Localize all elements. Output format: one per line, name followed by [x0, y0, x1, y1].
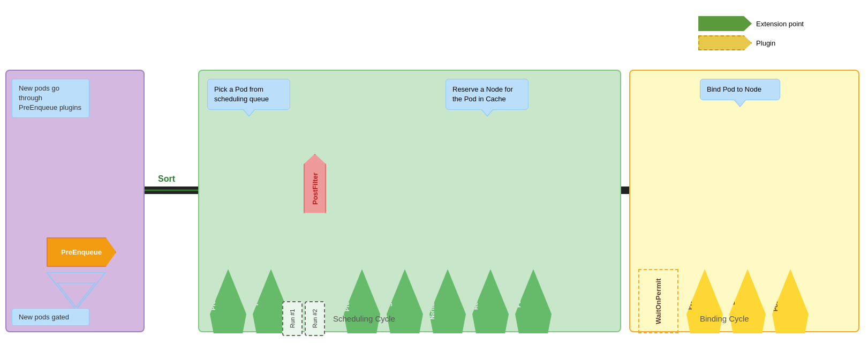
- run-box-1: Run #1: [282, 301, 303, 336]
- new-pods-text: New pods go through PreEnqueue plugins: [19, 84, 81, 111]
- plugin-score: Score: [387, 269, 423, 333]
- pick-pod-bubble: Pick a Pod from scheduling queue: [207, 79, 290, 110]
- binding-cycle-label: Binding Cycle: [700, 314, 749, 323]
- new-pods-box: New pods go through PreEnqueue plugins: [12, 79, 89, 118]
- svg-marker-8: [47, 272, 105, 310]
- pick-pod-text: Pick a Pod from scheduling queue: [214, 85, 269, 103]
- postfilter-label: PostFilter: [311, 173, 319, 205]
- plugin-prefilter: PreFilter: [210, 269, 246, 333]
- run-box-2: Run #2: [305, 301, 325, 336]
- wait-permit-label: WaitOnPermit: [654, 278, 662, 324]
- plugin-permit: Permit: [515, 269, 552, 333]
- bind-pod-text: Bind Pod to Node: [707, 85, 761, 93]
- legend-extension-point: Extension point: [698, 16, 804, 31]
- legend-extension-label: Extension point: [756, 20, 804, 28]
- svg-marker-9: [57, 283, 95, 307]
- reserve-node-text: Reserve a Node for the Pod in Cache: [452, 85, 513, 103]
- run2-label: Run #2: [312, 309, 318, 328]
- right-panel: Bind Pod to Node WaitOnPermit PreBind Bi…: [629, 70, 859, 332]
- reserve-node-bubble: Reserve a Node for the Pod in Cache: [446, 79, 529, 110]
- legend-plugin: Plugin: [698, 35, 804, 50]
- wait-permit-box: WaitOnPermit: [638, 269, 678, 333]
- plugin-bind: Bind: [729, 269, 766, 333]
- scheduling-cycle-label: Scheduling Cycle: [333, 314, 395, 323]
- plugin-prebind: PreBind: [686, 269, 723, 333]
- prequeue-label: PreEnqueue: [61, 248, 102, 256]
- sort-label: Sort: [158, 174, 175, 184]
- plugin-normalize-score: Normalize Score: [429, 269, 466, 333]
- plugin-prescore: PreScore: [344, 269, 380, 333]
- pods-gated-text: New pods gated: [19, 313, 69, 321]
- legend-green-arrow: [698, 16, 752, 31]
- middle-panel: Pick a Pod from scheduling queue Reserve…: [198, 70, 621, 332]
- diagram-container: Extension point Plugin New pods go throu…: [0, 0, 868, 358]
- run1-label: Run #1: [289, 309, 296, 328]
- left-panel: New pods go through PreEnqueue plugins P…: [5, 70, 145, 332]
- legend: Extension point Plugin: [698, 16, 804, 50]
- plugin-postbind: PostBind: [772, 269, 809, 333]
- bind-pod-bubble: Bind Pod to Node: [700, 79, 780, 100]
- postfilter-box: PostFilter: [304, 154, 326, 223]
- plugin-reserve: Reserve: [472, 269, 509, 333]
- legend-plugin-label: Plugin: [756, 39, 775, 47]
- prequeue-arrow: PreEnqueue: [47, 237, 116, 267]
- legend-yellow-arrow: [698, 35, 752, 50]
- pods-gated-box: New pods gated: [12, 308, 89, 326]
